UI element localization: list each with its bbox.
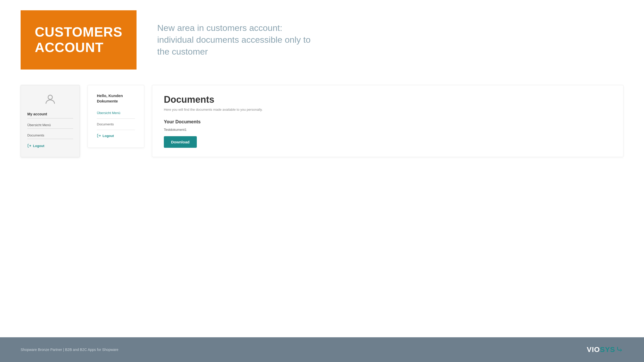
footer-logo: VIOSYS ⤷ [587,345,623,354]
svg-point-0 [48,95,53,99]
sidebar-divider-3 [27,139,73,139]
documents-title: Documents [164,94,612,105]
nav-panel-documents-item[interactable]: Documents [97,120,135,128]
footer-logo-text: VIOSYS [587,346,615,354]
nav-logout-icon [97,134,101,138]
hero-section: CUSTOMERS ACCOUNT New area in customers … [0,0,644,80]
account-section: My account Übersicht Menü Documents Logo… [0,80,644,173]
nav-panel-ubersicht-link[interactable]: Übersicht Menü [97,109,135,117]
document-name: Testdokument1 [164,128,612,132]
sidebar-item-ubersicht[interactable]: Übersicht Menü [27,122,73,128]
nav-panel-logout[interactable]: Logout [97,132,135,140]
footer: Shopware Bronze Partner | B2B and B2C Ap… [0,337,644,362]
nav-panel-greeting: Hello, Kunden Dokumente [97,93,135,104]
hero-title: CUSTOMERS ACCOUNT [35,24,122,55]
sidebar-logout[interactable]: Logout [27,142,44,149]
download-button[interactable]: Download [164,136,197,148]
documents-panel: Documents Here you will find the documen… [152,85,623,157]
documents-subtitle: Here you will find the documents made av… [164,108,612,111]
avatar [44,93,57,107]
sidebar-divider [27,118,73,118]
footer-text: Shopware Bronze Partner | B2B and B2C Ap… [21,348,118,352]
logo-swoosh-icon: ⤷ [616,345,623,354]
hero-description: New area in customers account: individua… [157,22,312,58]
nav-logout-label: Logout [103,134,114,138]
logo-sys: SYS [600,346,615,354]
your-documents-title: Your Documents [164,119,612,125]
sidebar-logout-label: Logout [33,144,44,148]
logo-vio: VIO [587,346,600,354]
sidebar: My account Übersicht Menü Documents Logo… [21,85,80,157]
hero-title-box: CUSTOMERS ACCOUNT [21,10,137,70]
sidebar-divider-2 [27,128,73,129]
nav-panel-divider-2 [97,130,135,130]
logout-icon [27,144,31,148]
sidebar-item-documents[interactable]: Documents [27,132,73,139]
nav-panel-divider [97,118,135,119]
nav-panel: Hello, Kunden Dokumente Übersicht Menü D… [88,85,144,148]
sidebar-menu-title: My account [27,112,47,116]
